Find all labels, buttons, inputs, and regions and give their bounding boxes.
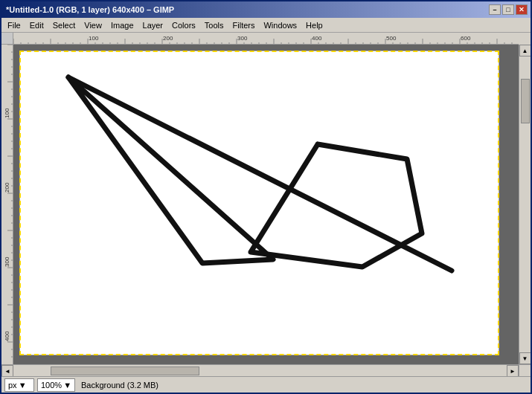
menu-colors[interactable]: Colors (167, 19, 200, 31)
ruler-h-spacer (519, 33, 531, 45)
window-title: *Untitled-1.0 (RGB, 1 layer) 640x400 – G… (6, 5, 174, 14)
ruler-corner (1, 33, 13, 45)
zoom-dropdown-arrow[interactable]: ▼ (63, 381, 71, 390)
scroll-right-button[interactable]: ► (507, 365, 519, 376)
horizontal-ruler (13, 33, 519, 45)
unit-label: px (8, 381, 17, 390)
top-ruler-row (1, 33, 531, 45)
canvas-main[interactable] (13, 45, 519, 364)
minimize-button[interactable]: – (489, 4, 501, 15)
scrollbar-corner (519, 365, 531, 376)
canvas-region: ▲ ▼ ◄ ► (1, 33, 531, 376)
vertical-ruler-canvas (1, 45, 13, 364)
unit-selector[interactable]: px ▼ (4, 378, 34, 392)
scroll-track-vertical[interactable] (519, 56, 531, 352)
unit-dropdown-arrow[interactable]: ▼ (19, 381, 27, 390)
menu-help[interactable]: Help (301, 19, 327, 31)
scroll-track-horizontal[interactable] (13, 365, 507, 376)
scroll-thumb-vertical[interactable] (521, 79, 530, 123)
zoom-selector[interactable]: 100% ▼ (37, 378, 75, 392)
menu-view[interactable]: View (80, 19, 106, 31)
menu-bar: File Edit Select View Image Layer Colors… (1, 18, 531, 33)
horizontal-scrollbar[interactable]: ◄ ► (1, 364, 531, 376)
scroll-left-button[interactable]: ◄ (1, 365, 13, 376)
menu-filters[interactable]: Filters (228, 19, 260, 31)
canvas-row: ▲ ▼ (1, 45, 531, 364)
maximize-button[interactable]: □ (502, 4, 514, 15)
layer-info: Background (3.2 MB) (81, 381, 158, 390)
scroll-down-button[interactable]: ▼ (519, 352, 531, 364)
right-shape-path (251, 144, 422, 267)
close-button[interactable]: ✕ (516, 4, 528, 15)
menu-layer[interactable]: Layer (138, 19, 168, 31)
vertical-scrollbar[interactable]: ▲ ▼ (519, 45, 531, 364)
horizontal-ruler-canvas (13, 33, 519, 45)
title-bar: *Untitled-1.0 (RGB, 1 layer) 640x400 – G… (1, 1, 531, 18)
menu-image[interactable]: Image (106, 19, 138, 31)
zoom-label: 100% (41, 381, 62, 390)
menu-windows[interactable]: Windows (259, 19, 301, 31)
ruler-and-canvas: ▲ ▼ ◄ ► (1, 33, 531, 376)
canvas-drawing-area[interactable] (19, 51, 499, 355)
status-bar: px ▼ 100% ▼ Background (3.2 MB) (1, 376, 531, 393)
left-triangle-path (68, 77, 273, 263)
drawing-svg (20, 51, 500, 356)
menu-tools[interactable]: Tools (200, 19, 228, 31)
menu-file[interactable]: File (3, 19, 25, 31)
menu-edit[interactable]: Edit (25, 19, 48, 31)
scroll-thumb-horizontal[interactable] (51, 366, 199, 375)
scroll-up-button[interactable]: ▲ (519, 45, 531, 56)
title-bar-buttons: – □ ✕ (489, 4, 528, 15)
vertical-ruler (1, 45, 13, 364)
app-window: *Untitled-1.0 (RGB, 1 layer) 640x400 – G… (0, 0, 532, 394)
menu-select[interactable]: Select (48, 19, 80, 31)
